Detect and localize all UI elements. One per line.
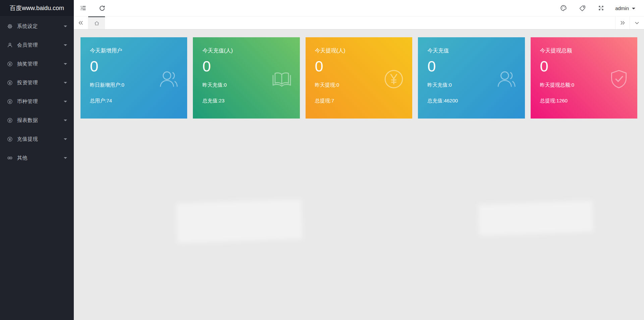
- double-chevron-right-icon: [619, 19, 626, 26]
- sidebar-item-recharge-withdraw[interactable]: 充值提现: [0, 130, 74, 148]
- card-title: 今天新增用户: [90, 47, 178, 54]
- shield-check-icon: [608, 68, 630, 92]
- chevron-down-icon: [632, 8, 635, 9]
- yen-circle-icon: [383, 68, 405, 92]
- sidebar-item-label: 币种管理: [17, 98, 38, 105]
- chevron-down-icon: [64, 63, 67, 65]
- double-chevron-left-icon: [77, 19, 84, 26]
- rmb-icon: [7, 61, 13, 67]
- rmb-icon: [7, 98, 13, 104]
- chevron-down-icon: [64, 120, 67, 121]
- sidebar-item-label: 其他: [17, 155, 28, 161]
- chevron-down-icon: [64, 82, 67, 84]
- tabs-scroll-right-button[interactable]: [615, 16, 630, 29]
- sidebar-item-label: 抽奖管理: [17, 61, 38, 67]
- card-title: 今天提现总额: [540, 47, 628, 54]
- user-dropdown[interactable]: admin: [610, 0, 644, 16]
- tab-home[interactable]: [88, 16, 105, 29]
- link-icon: [7, 155, 13, 161]
- card-title: 今天提现(人): [315, 47, 403, 54]
- sidebar-item-label: 充值提现: [17, 136, 38, 142]
- refresh-button[interactable]: [93, 0, 111, 16]
- topbar-left: [74, 0, 111, 16]
- stat-card-recharge-amount: 今天充值 0 昨天充值:0 总充值:46200: [418, 37, 525, 119]
- palette-icon: [560, 4, 567, 12]
- stat-card-withdraw-total: 今天提现总额 0 昨天提现总额:0 总提现:1260: [531, 37, 637, 119]
- card-total-stat: 总充值:46200: [427, 98, 515, 104]
- fullscreen-icon: [598, 5, 604, 11]
- ghost-watermark: [478, 201, 593, 236]
- chevron-down-icon: [64, 138, 67, 140]
- card-total-stat: 总提现:1260: [540, 98, 628, 104]
- user-icon: [7, 42, 13, 48]
- sidebar-item-label: 报表数据: [17, 117, 38, 124]
- gear-icon: [7, 23, 13, 29]
- rmb-icon: [7, 136, 13, 142]
- tabs-menu-button[interactable]: [630, 16, 644, 29]
- sidebar-item-member-management[interactable]: 会员管理: [0, 36, 74, 54]
- stat-card-withdraw-people: 今天提现(人) 0 昨天提现:0 总提现:7: [306, 37, 412, 119]
- home-icon: [94, 20, 100, 26]
- rmb-icon: [7, 117, 13, 123]
- sidebar-menu: 系统设定 会员管理 抽奖管理: [0, 16, 74, 167]
- rmb-icon: [7, 80, 13, 86]
- topbar: admin: [74, 0, 644, 16]
- tabbar-spacer: [105, 16, 615, 29]
- tabs-scroll-left-button[interactable]: [74, 16, 88, 29]
- card-total-stat: 总充值:23: [202, 98, 290, 104]
- app-logo: 百度www.baidu.com: [0, 0, 74, 16]
- tag-button[interactable]: [573, 0, 592, 16]
- sidebar-item-lottery-management[interactable]: 抽奖管理: [0, 54, 74, 73]
- tabbar: [74, 16, 644, 30]
- chevron-down-icon: [64, 101, 67, 102]
- sidebar: 百度www.baidu.com 系统设定 会员管理: [0, 0, 74, 320]
- card-total-stat: 总提现:7: [315, 98, 403, 104]
- chevron-down-icon: [64, 44, 67, 46]
- username: admin: [615, 5, 629, 11]
- users-icon: [158, 68, 180, 92]
- sidebar-item-label: 会员管理: [17, 42, 38, 48]
- refresh-icon: [99, 5, 106, 12]
- chevron-down-icon: [634, 19, 640, 26]
- sidebar-item-currency-management[interactable]: 币种管理: [0, 92, 74, 111]
- topbar-right: admin: [554, 0, 644, 16]
- stat-card-recharge-people: 今天充值(人) 0 昨天充值:0 总充值:23: [193, 37, 300, 119]
- card-total-stat: 总用户:74: [90, 98, 178, 104]
- main-area: admin: [74, 0, 644, 320]
- sidebar-item-report-data[interactable]: 报表数据: [0, 111, 74, 130]
- sidebar-item-label: 投资管理: [17, 80, 38, 86]
- users-icon: [495, 68, 518, 92]
- dashboard-content: 今天新增用户 0 昨日新增用户:0 总用户:74 今天充值(人) 0 昨天充值:…: [74, 30, 644, 320]
- theme-button[interactable]: [554, 0, 573, 16]
- chevron-down-icon: [64, 26, 67, 27]
- toggle-sidebar-icon: [79, 4, 87, 12]
- sidebar-item-other[interactable]: 其他: [0, 148, 74, 167]
- ghost-watermark: [176, 199, 303, 243]
- sidebar-item-investment-management[interactable]: 投资管理: [0, 73, 74, 92]
- chevron-down-icon: [64, 157, 67, 159]
- stat-card-new-users: 今天新增用户 0 昨日新增用户:0 总用户:74: [80, 37, 187, 119]
- sidebar-item-label: 系统设定: [17, 23, 38, 30]
- tag-icon: [579, 5, 586, 12]
- card-title: 今天充值: [427, 47, 515, 54]
- toggle-sidebar-button[interactable]: [74, 0, 93, 16]
- card-title: 今天充值(人): [202, 47, 290, 54]
- sidebar-item-system-settings[interactable]: 系统设定: [0, 17, 74, 36]
- stat-cards-row: 今天新增用户 0 昨日新增用户:0 总用户:74 今天充值(人) 0 昨天充值:…: [80, 37, 637, 119]
- fullscreen-button[interactable]: [592, 0, 610, 16]
- book-icon: [271, 68, 292, 91]
